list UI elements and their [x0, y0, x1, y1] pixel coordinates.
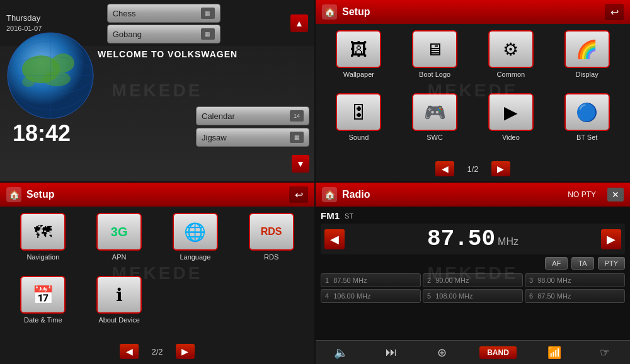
games-panel: Thursday 2016-01-07 Chess ▦ Gobang ▦ ▲: [0, 0, 314, 181]
navigation-icon: 🗺: [20, 213, 66, 251]
back-button-bottom[interactable]: ↩: [289, 186, 308, 203]
setup-item-bootlogo[interactable]: 🖥 Boot Logo: [399, 30, 471, 88]
btset-icon: 🔵: [564, 93, 610, 131]
setup-item-navigation[interactable]: 🗺 Navigation: [8, 213, 79, 271]
preset-4[interactable]: 4 106.00 MHz: [321, 289, 421, 303]
ta-button[interactable]: TA: [571, 257, 593, 270]
preset-5-freq: 108.00 MHz: [435, 292, 472, 300]
preset-1-num: 1: [325, 276, 329, 284]
setup-item-about[interactable]: ℹ About Device: [84, 276, 155, 334]
gobang-button[interactable]: Gobang ▦: [107, 25, 220, 43]
next-page-top[interactable]: ▶: [491, 161, 510, 176]
setup-header-top: 🏠 Setup ↩: [316, 0, 630, 24]
setup-item-btset[interactable]: 🔵 BT Set: [551, 93, 622, 151]
radio-body: FM1 ST ◀ 87.50 MHz ▶ AF TA PTY 1 87.50 M…: [316, 207, 630, 340]
chess-button[interactable]: Chess ▦: [107, 4, 220, 23]
wallpaper-label: Wallpaper: [343, 71, 374, 78]
source-button[interactable]: ⊕: [429, 343, 454, 362]
svg-point-2: [52, 54, 74, 72]
setup-item-rds[interactable]: RDS RDS: [236, 213, 307, 271]
gobang-icon: ▦: [201, 28, 215, 40]
scroll-up-arrow[interactable]: ▲: [290, 14, 308, 32]
wallpaper-icon: 🖼: [336, 30, 381, 68]
freq-next-button[interactable]: ▶: [601, 229, 621, 249]
page-indicator-top: 1/2: [467, 164, 478, 174]
home-icon-radio[interactable]: 🏠: [322, 187, 337, 202]
page-indicator-bottom: 2/2: [151, 347, 163, 356]
volume-button[interactable]: 🔈: [328, 343, 353, 362]
datetime-display: Thursday 2016-01-07: [6, 13, 42, 34]
globe-svg: [6, 31, 94, 120]
about-icon: ℹ: [96, 276, 142, 314]
preset-5-num: 5: [427, 292, 431, 300]
setup-item-display[interactable]: 🌈 Display: [551, 30, 622, 88]
scroll-down-arrow[interactable]: ▼: [292, 155, 309, 173]
preset-2[interactable]: 2 90.00 MHz: [423, 273, 523, 287]
frequency-value: 87.50: [427, 226, 495, 252]
setup-item-wallpaper[interactable]: 🖼 Wallpaper: [323, 30, 394, 88]
preset-3-freq: 98.00 MHz: [537, 276, 571, 284]
apn-icon: 3G: [96, 213, 142, 251]
video-icon: ▶: [488, 93, 534, 131]
calendar-button[interactable]: Calendar 14: [196, 106, 309, 125]
preset-4-freq: 106.00 MHz: [333, 292, 370, 300]
preset-1-freq: 87.50 MHz: [333, 276, 367, 284]
bootlogo-icon: 🖥: [412, 30, 457, 68]
radio-header: 🏠 Radio NO PTY ✕: [316, 183, 630, 207]
radio-title: Radio: [342, 189, 563, 200]
radio-panel: 🏠 Radio NO PTY ✕ FM1 ST ◀ 87.50 MHz ▶ AF…: [316, 183, 630, 364]
setup-item-language[interactable]: 🌐 Language: [160, 213, 231, 271]
radio-st-label: ST: [345, 212, 353, 220]
svg-point-3: [43, 71, 71, 86]
setup-title-bottom: Setup: [26, 189, 284, 200]
swc-label: SWC: [427, 134, 443, 141]
setup-item-video[interactable]: ▶ Video: [476, 93, 547, 151]
prev-page-bottom[interactable]: ◀: [120, 344, 139, 359]
home-icon[interactable]: 🏠: [322, 4, 337, 20]
preset-3[interactable]: 3 98.00 MHz: [525, 273, 625, 287]
sound-label: Sound: [348, 134, 369, 141]
setup-panel-top: 🏠 Setup ↩ 🖼 Wallpaper 🖥 Boot Logo ⚙ Comm…: [316, 0, 630, 181]
setup-header-bottom: 🏠 Setup ↩: [0, 183, 314, 207]
radio-close-button[interactable]: ✕: [607, 188, 624, 202]
setup-pagination-top: ◀ 1/2 ▶: [316, 157, 630, 181]
setup-item-common[interactable]: ⚙ Common: [476, 30, 547, 88]
back-button-top[interactable]: ↩: [605, 4, 624, 20]
hand-button[interactable]: ☞: [592, 343, 617, 362]
pty-button[interactable]: PTY: [598, 257, 625, 270]
datetime-icon: 📅: [20, 276, 66, 314]
language-label: Language: [180, 253, 210, 261]
preset-5[interactable]: 5 108.00 MHz: [423, 289, 523, 303]
radio-band-label: FM1: [321, 210, 340, 221]
games-list: Chess ▦ Gobang ▦: [107, 3, 226, 43]
setup-grid-bottom: 🗺 Navigation 3G APN 🌐 Language RDS RDS 📅…: [0, 207, 314, 340]
next-page-bottom[interactable]: ▶: [176, 344, 195, 359]
band-button[interactable]: BAND: [479, 346, 517, 359]
af-button[interactable]: AF: [545, 257, 568, 270]
freq-prev-button[interactable]: ◀: [324, 229, 345, 249]
setup-item-datetime[interactable]: 📅 Date & Time: [8, 276, 79, 334]
preset-2-num: 2: [427, 276, 431, 284]
radio-band-row: FM1 ST: [321, 210, 625, 221]
setup-panel-bottom: 🏠 Setup ↩ 🗺 Navigation 3G APN 🌐 Language…: [0, 183, 314, 364]
watermark-games: MEKEDE: [112, 81, 203, 101]
prev-page-top[interactable]: ◀: [435, 161, 454, 176]
preset-6-num: 6: [529, 292, 533, 300]
home-icon-2[interactable]: 🏠: [6, 187, 21, 202]
preset-2-freq: 90.00 MHz: [435, 276, 469, 284]
setup-item-swc[interactable]: 🎮 SWC: [399, 93, 471, 151]
rds-icon: RDS: [249, 213, 294, 251]
apn-label: APN: [112, 253, 127, 261]
preset-1[interactable]: 1 87.50 MHz: [321, 273, 421, 287]
setup-title-top: Setup: [342, 6, 600, 18]
preset-6[interactable]: 6 87.50 MHz: [525, 289, 625, 303]
skip-button[interactable]: ⏭: [379, 343, 404, 362]
language-icon: 🌐: [173, 213, 218, 251]
radio-presets: 1 87.50 MHz 2 90.00 MHz 3 98.00 MHz 4 10…: [321, 273, 625, 303]
calendar-icon: 14: [290, 110, 304, 122]
setup-item-sound[interactable]: 🎛 Sound: [323, 93, 394, 151]
welcome-text: WELCOME TO VOLKSWAGEN: [98, 49, 238, 59]
jigsaw-button[interactable]: Jigsaw ▦: [196, 128, 309, 147]
signal-button[interactable]: 📶: [542, 343, 567, 362]
setup-item-apn[interactable]: 3G APN: [84, 213, 155, 271]
